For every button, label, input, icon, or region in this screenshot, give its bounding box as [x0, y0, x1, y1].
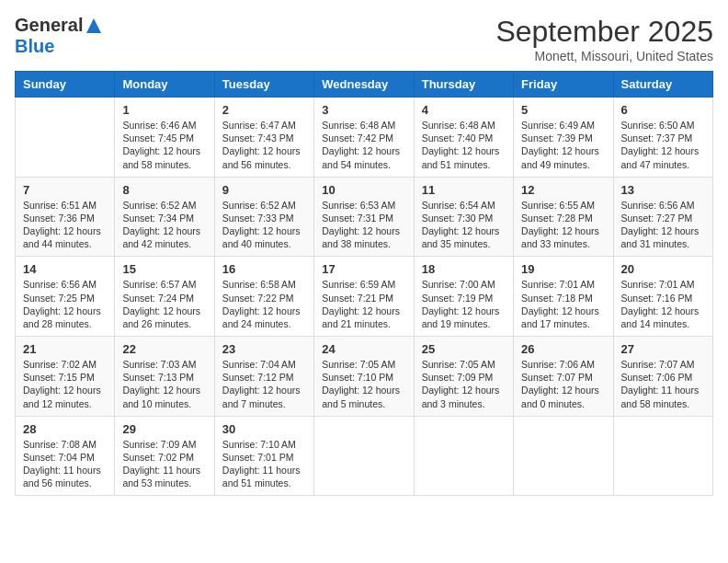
calendar-cell: 16Sunrise: 6:58 AMSunset: 7:22 PMDayligh…	[214, 257, 313, 337]
calendar-cell: 3Sunrise: 6:48 AMSunset: 7:42 PMDaylight…	[314, 98, 414, 178]
cell-daylight-info: Sunrise: 7:01 AMSunset: 7:16 PMDaylight:…	[621, 278, 705, 330]
calendar-cell: 13Sunrise: 6:56 AMSunset: 7:27 PMDayligh…	[613, 177, 712, 257]
calendar-cell: 19Sunrise: 7:01 AMSunset: 7:18 PMDayligh…	[514, 257, 613, 337]
day-number: 12	[521, 183, 605, 197]
day-number: 1	[122, 103, 206, 117]
calendar-cell: 17Sunrise: 6:59 AMSunset: 7:21 PMDayligh…	[314, 257, 414, 337]
day-number: 7	[23, 183, 107, 197]
calendar-cell: 20Sunrise: 7:01 AMSunset: 7:16 PMDayligh…	[613, 257, 712, 337]
calendar-cell: 15Sunrise: 6:57 AMSunset: 7:24 PMDayligh…	[115, 257, 214, 337]
month-title: September 2025	[495, 15, 713, 49]
calendar: SundayMondayTuesdayWednesdayThursdayFrid…	[15, 71, 713, 496]
calendar-cell: 11Sunrise: 6:54 AMSunset: 7:30 PMDayligh…	[414, 177, 513, 257]
calendar-cell: 10Sunrise: 6:53 AMSunset: 7:31 PMDayligh…	[314, 177, 414, 257]
cell-daylight-info: Sunrise: 6:50 AMSunset: 7:37 PMDaylight:…	[621, 119, 705, 171]
cell-daylight-info: Sunrise: 7:02 AMSunset: 7:15 PMDaylight:…	[23, 358, 107, 410]
calendar-day-header: Friday	[514, 72, 613, 98]
day-number: 28	[23, 422, 107, 436]
calendar-week-row: 1Sunrise: 6:46 AMSunset: 7:45 PMDaylight…	[16, 98, 713, 178]
calendar-day-header: Saturday	[613, 72, 712, 98]
calendar-cell: 12Sunrise: 6:55 AMSunset: 7:28 PMDayligh…	[514, 177, 613, 257]
day-number: 2	[222, 103, 306, 117]
day-number: 18	[422, 262, 506, 276]
calendar-cell: 28Sunrise: 7:08 AMSunset: 7:04 PMDayligh…	[16, 416, 115, 496]
calendar-cell: 8Sunrise: 6:52 AMSunset: 7:34 PMDaylight…	[115, 177, 214, 257]
day-number: 19	[521, 262, 605, 276]
title-area: September 2025 Monett, Missouri, United …	[495, 15, 713, 63]
calendar-cell: 7Sunrise: 6:51 AMSunset: 7:36 PMDaylight…	[16, 177, 115, 257]
calendar-cell: 2Sunrise: 6:47 AMSunset: 7:43 PMDaylight…	[214, 98, 313, 178]
cell-daylight-info: Sunrise: 7:00 AMSunset: 7:19 PMDaylight:…	[422, 278, 506, 330]
day-number: 22	[122, 342, 206, 356]
day-number: 30	[222, 422, 306, 436]
cell-daylight-info: Sunrise: 6:52 AMSunset: 7:33 PMDaylight:…	[222, 199, 306, 251]
cell-daylight-info: Sunrise: 6:55 AMSunset: 7:28 PMDaylight:…	[521, 199, 605, 251]
calendar-week-row: 21Sunrise: 7:02 AMSunset: 7:15 PMDayligh…	[16, 337, 713, 417]
calendar-cell: 5Sunrise: 6:49 AMSunset: 7:39 PMDaylight…	[514, 98, 613, 178]
day-number: 27	[621, 342, 705, 356]
calendar-week-row: 7Sunrise: 6:51 AMSunset: 7:36 PMDaylight…	[16, 177, 713, 257]
logo: General Blue	[15, 15, 103, 57]
day-number: 25	[422, 342, 506, 356]
calendar-cell: 25Sunrise: 7:05 AMSunset: 7:09 PMDayligh…	[414, 337, 513, 417]
cell-daylight-info: Sunrise: 6:57 AMSunset: 7:24 PMDaylight:…	[122, 278, 206, 330]
cell-daylight-info: Sunrise: 7:04 AMSunset: 7:12 PMDaylight:…	[222, 358, 306, 410]
calendar-cell: 26Sunrise: 7:06 AMSunset: 7:07 PMDayligh…	[514, 337, 613, 417]
cell-daylight-info: Sunrise: 6:48 AMSunset: 7:40 PMDaylight:…	[422, 119, 506, 171]
cell-daylight-info: Sunrise: 7:07 AMSunset: 7:06 PMDaylight:…	[621, 358, 705, 410]
cell-daylight-info: Sunrise: 6:51 AMSunset: 7:36 PMDaylight:…	[23, 199, 107, 251]
day-number: 8	[122, 183, 206, 197]
location: Monett, Missouri, United States	[495, 49, 713, 63]
calendar-cell: 18Sunrise: 7:00 AMSunset: 7:19 PMDayligh…	[414, 257, 513, 337]
cell-daylight-info: Sunrise: 7:05 AMSunset: 7:10 PMDaylight:…	[322, 358, 405, 410]
day-number: 13	[621, 183, 705, 197]
cell-daylight-info: Sunrise: 6:56 AMSunset: 7:27 PMDaylight:…	[621, 199, 705, 251]
cell-daylight-info: Sunrise: 7:03 AMSunset: 7:13 PMDaylight:…	[122, 358, 206, 410]
svg-marker-0	[86, 18, 101, 33]
day-number: 4	[422, 103, 506, 117]
calendar-cell: 22Sunrise: 7:03 AMSunset: 7:13 PMDayligh…	[115, 337, 214, 417]
calendar-day-header: Sunday	[16, 72, 115, 98]
calendar-cell: 6Sunrise: 6:50 AMSunset: 7:37 PMDaylight…	[613, 98, 712, 178]
day-number: 15	[122, 262, 206, 276]
cell-daylight-info: Sunrise: 6:59 AMSunset: 7:21 PMDaylight:…	[322, 278, 405, 330]
calendar-cell: 27Sunrise: 7:07 AMSunset: 7:06 PMDayligh…	[613, 337, 712, 417]
day-number: 26	[521, 342, 605, 356]
cell-daylight-info: Sunrise: 6:52 AMSunset: 7:34 PMDaylight:…	[122, 199, 206, 251]
cell-daylight-info: Sunrise: 7:08 AMSunset: 7:04 PMDaylight:…	[23, 438, 107, 490]
cell-daylight-info: Sunrise: 6:49 AMSunset: 7:39 PMDaylight:…	[521, 119, 605, 171]
cell-daylight-info: Sunrise: 7:01 AMSunset: 7:18 PMDaylight:…	[521, 278, 605, 330]
calendar-cell	[314, 416, 414, 496]
day-number: 6	[621, 103, 705, 117]
day-number: 24	[322, 342, 405, 356]
calendar-day-header: Wednesday	[314, 72, 414, 98]
calendar-cell: 14Sunrise: 6:56 AMSunset: 7:25 PMDayligh…	[16, 257, 115, 337]
cell-daylight-info: Sunrise: 6:48 AMSunset: 7:42 PMDaylight:…	[322, 119, 405, 171]
cell-daylight-info: Sunrise: 6:47 AMSunset: 7:43 PMDaylight:…	[222, 119, 306, 171]
calendar-day-header: Tuesday	[214, 72, 313, 98]
day-number: 5	[521, 103, 605, 117]
calendar-week-row: 28Sunrise: 7:08 AMSunset: 7:04 PMDayligh…	[16, 416, 713, 496]
calendar-cell: 1Sunrise: 6:46 AMSunset: 7:45 PMDaylight…	[115, 98, 214, 178]
calendar-cell	[613, 416, 712, 496]
day-number: 29	[122, 422, 206, 436]
cell-daylight-info: Sunrise: 6:56 AMSunset: 7:25 PMDaylight:…	[23, 278, 107, 330]
day-number: 9	[222, 183, 306, 197]
day-number: 10	[322, 183, 405, 197]
calendar-cell: 9Sunrise: 6:52 AMSunset: 7:33 PMDaylight…	[214, 177, 313, 257]
day-number: 16	[222, 262, 306, 276]
day-number: 21	[23, 342, 107, 356]
calendar-cell: 4Sunrise: 6:48 AMSunset: 7:40 PMDaylight…	[414, 98, 513, 178]
calendar-week-row: 14Sunrise: 6:56 AMSunset: 7:25 PMDayligh…	[16, 257, 713, 337]
cell-daylight-info: Sunrise: 6:53 AMSunset: 7:31 PMDaylight:…	[322, 199, 405, 251]
calendar-day-header: Thursday	[414, 72, 513, 98]
calendar-cell	[414, 416, 513, 496]
calendar-cell: 29Sunrise: 7:09 AMSunset: 7:02 PMDayligh…	[115, 416, 214, 496]
cell-daylight-info: Sunrise: 7:05 AMSunset: 7:09 PMDaylight:…	[422, 358, 506, 410]
calendar-header-row: SundayMondayTuesdayWednesdayThursdayFrid…	[16, 72, 713, 98]
day-number: 3	[322, 103, 405, 117]
calendar-cell	[16, 98, 115, 178]
day-number: 20	[621, 262, 705, 276]
cell-daylight-info: Sunrise: 6:58 AMSunset: 7:22 PMDaylight:…	[222, 278, 306, 330]
header: General Blue September 2025 Monett, Miss…	[15, 15, 713, 63]
